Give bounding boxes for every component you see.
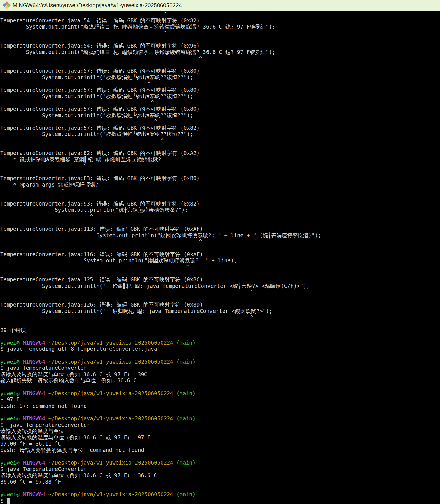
terminal-line: TemperatureConverter.java:113: 错误: 编码 GB… (0, 226, 440, 232)
terminal-line: TemperatureConverter.java:57: 错误: 编码 GBK… (0, 68, 440, 74)
terminal-line (0, 453, 440, 460)
titlebar: MINGW64:/c/Users/yuwei/Desktop/java/w1-y… (0, 0, 440, 11)
error-caret-line: ^ (0, 30, 440, 36)
error-caret-line: ^ (0, 188, 440, 194)
terminal-line (0, 245, 440, 251)
terminal-line: $ java TemperatureConverter (0, 365, 440, 371)
terminal-line (0, 333, 440, 340)
terminal-line (0, 194, 440, 201)
terminal-line: 97.00 °F = 36.11 °C (0, 441, 440, 447)
terminal-line (0, 295, 440, 302)
terminal-line (0, 321, 440, 327)
terminal-line: 请输入要转换的温度与单位（例如 36.6 C 或 97 F）：97 F (0, 434, 440, 441)
msys2-logo-icon (3, 2, 10, 9)
terminal-line: TemperatureConverter.java:54: 错误: 编码 GBK… (0, 17, 440, 24)
terminal-line (0, 352, 440, 359)
error-caret-line: ^ (0, 264, 440, 270)
error-caret-line: ^ (0, 55, 440, 62)
error-caret-line: ^ (0, 238, 440, 245)
terminal-line: 29 个错误 (0, 327, 440, 333)
terminal-line: yuwei@ MINGW64 ~/Desktop/java/w1-yuweixi… (0, 491, 440, 498)
error-caret-line: ^ (0, 99, 440, 106)
terminal-line (0, 384, 440, 390)
terminal-line (0, 409, 440, 415)
terminal-line: System.out.print("璇疯緭鍏ヨ 杞 崲鐨勬俯搴︿笌鍗曚綅锛堜緥濡… (0, 23, 440, 30)
terminal-line: TemperatureConverter.java:83: 错误: 编码 GBK… (0, 175, 440, 182)
terminal-line: * 鍛戒护琛屾ā寮忥細鍫 寔鏆▌杞 嵎 嵂鍛屼互浠ュ鍎閲忚揪? (0, 156, 440, 163)
terminal-line: System.out.println("娓╁害鍊煎緯绘樉鏉垮畬?"); (0, 207, 440, 213)
terminal-line: yuwei@ MINGW64 ~/Desktop/java/w1-yuweixi… (0, 359, 440, 365)
terminal-line (0, 143, 440, 150)
terminal-line: System.out.println("杈撳叆涓虹┖锛出▼寨帆??鍑恒??"); (0, 131, 440, 137)
error-caret-line: ^ (0, 118, 440, 125)
terminal-line: System.out.println("杈撳叆涓虹┖锛出▼寨帆??鍑恒??"); (0, 93, 440, 100)
terminal-line: System.out.println("杈撳叆涓虹┖锛出▼寨帆??鍑恒??"); (0, 74, 440, 81)
terminal-line: System.out.println(" 鎺归噣杞 崲: java Temper… (0, 308, 440, 314)
terminal-line: TemperatureConverter.java:82: 错误: 编码 GBK… (0, 150, 440, 156)
terminal-line: 请输入要转换的温度与单位 (0, 428, 440, 434)
terminal-line: * @param args 鍛戒护琛屽弬鏁? (0, 182, 440, 188)
terminal-line: bash: 97: command not found (0, 403, 440, 409)
terminal-line (0, 36, 440, 43)
terminal-line: TemperatureConverter.java:54: 错误: 编码 GBK… (0, 43, 440, 49)
terminal-screen[interactable]: ^TemperatureConverter.java:54: 错误: 编码 GB… (0, 11, 440, 504)
terminal-line: yuwei@ MINGW64 ~/Desktop/java/w1-yuweixi… (0, 390, 440, 397)
terminal-line: TemperatureConverter.java:126: 错误: 编码 GB… (0, 302, 440, 308)
terminal-line: 36.60 °C = 97.88 °F (0, 479, 440, 485)
error-caret-line: ^ (0, 289, 440, 295)
terminal-line: TemperatureConverter.java:116: 错误: 编码 GB… (0, 251, 440, 258)
error-caret-line: ^ (0, 213, 440, 220)
terminal-line: $ java TemperatureConverter (0, 466, 440, 472)
error-caret-line: ^ (0, 314, 440, 321)
terminal-line: $ javac -encoding utf-8 TemperatureConve… (0, 346, 440, 352)
terminal-line: System.out.println("鍥囦欢琛屼牸瀵忥璇?: " + line… (0, 257, 440, 264)
terminal-line: TemperatureConverter.java:125: 错误: 编码 GB… (0, 276, 440, 283)
terminal-line: yuwei@ MINGW64 ~/Desktop/java/w1-yuweixi… (0, 340, 440, 346)
terminal-line: TemperatureConverter.java:57: 错误: 编码 GBK… (0, 125, 440, 131)
error-caret-line: ^ (0, 81, 440, 87)
text-cursor (7, 498, 10, 504)
terminal-line: TemperatureConverter.java:57: 错误: 编码 GBK… (0, 87, 440, 93)
terminal-line: 请输入要转换的温度与单位（例如 36.6 C 或 97 F）：39C (0, 371, 440, 378)
terminal-line: yuwei@ MINGW64 ~/Desktop/java/w1-yuweixi… (0, 415, 440, 422)
window-title: MINGW64:/c/Users/yuwei/Desktop/java/w1-y… (13, 2, 182, 9)
terminal-line (0, 169, 440, 175)
error-caret-line: ^ (0, 11, 440, 17)
terminal-line: System.out.println(" 鍗曟▌杞 崲: java Temper… (0, 283, 440, 289)
terminal-line: TemperatureConverter.java:93: 错误: 编码 GBK… (0, 201, 440, 207)
terminal-line: 请输入要转换的温度与单位（例如 36.6 C 或 97 F）：36.6 C (0, 472, 440, 479)
terminal-line: 输入解析失败，请按示例输入数值与单位，例如：36.6 C (0, 377, 440, 384)
terminal-line: $ java TemperatureConverter (0, 422, 440, 428)
terminal-line: TemperatureConverter.java:57: 错误: 编码 GBK… (0, 106, 440, 112)
terminal-line: yuwei@ MINGW64 ~/Desktop/java/w1-yuweixi… (0, 460, 440, 466)
terminal-line (0, 62, 440, 68)
error-caret-line: ^ (0, 137, 440, 144)
error-caret-line: ^ (0, 162, 440, 169)
terminal-line: System.out.println("鍥囦欢琛屼牸瀵忥璇?: " + line… (0, 232, 440, 239)
terminal-line: System.out.println("杈撳叆涓虹┖锛出▼寨帆??鍑恒??"); (0, 112, 440, 119)
terminal-line: bash: 请输入要转换的温度与单位: command not found (0, 447, 440, 453)
terminal-line: $ (0, 498, 440, 504)
terminal-line: System.out.print("璇疯緭鍏ヨ 杞 崲鐨勬俯搴︿笌鍗曚綅锛堜緥濡… (0, 49, 440, 55)
terminal-line (0, 485, 440, 491)
terminal-line (0, 220, 440, 226)
terminal-line (0, 270, 440, 276)
terminal-line: $ 97 F (0, 396, 440, 403)
